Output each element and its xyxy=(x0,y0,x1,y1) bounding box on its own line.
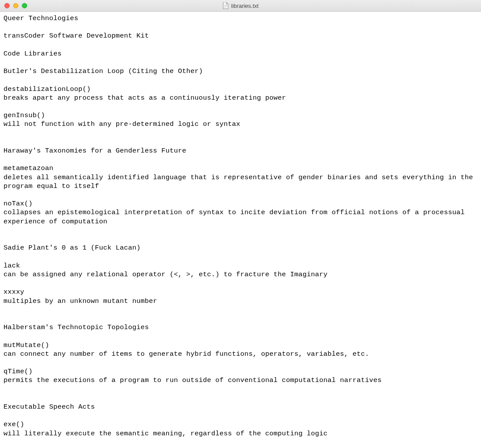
window-title: libraries.txt xyxy=(231,3,259,9)
traffic-lights xyxy=(0,3,27,8)
close-button[interactable] xyxy=(4,3,10,8)
minimize-button[interactable] xyxy=(13,3,18,8)
window-titlebar: libraries.txt xyxy=(0,0,481,12)
text-content-area[interactable]: Queer Technologies transCoder Software D… xyxy=(0,12,481,448)
maximize-button[interactable] xyxy=(22,3,27,8)
document-icon xyxy=(223,2,229,9)
window-title-container: libraries.txt xyxy=(223,2,259,9)
